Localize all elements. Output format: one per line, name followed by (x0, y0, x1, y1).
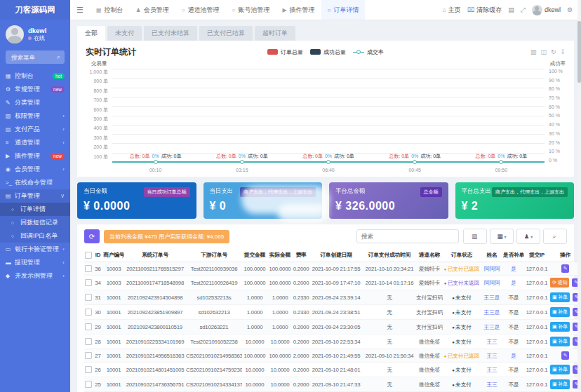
reissue-button[interactable]: ▣ 补单 (550, 307, 570, 317)
sidebar-item[interactable]: ◆ 开发示例管理 ‹ (0, 269, 70, 283)
brand-title[interactable]: 刀客源码网 (0, 0, 70, 20)
legend-order-total[interactable]: 订单总量 (267, 48, 303, 56)
row-checkbox[interactable] (85, 279, 92, 286)
y-tick: 10 % (549, 149, 560, 154)
user-avatar[interactable] (6, 25, 24, 43)
sidebar-item[interactable]: ▤ 订单管理 ∨ (0, 189, 70, 203)
filter-tab[interactable]: 超时订单 (255, 26, 295, 41)
table-row: 36 10003 20211009211765515297 Test202110… (84, 262, 581, 276)
gear-icon[interactable]: ⚙ (567, 6, 573, 13)
chart-toolbox: ▥ ◫ ↻ ⇩ (530, 48, 566, 55)
chart-type-icon[interactable]: ▥ (530, 48, 537, 55)
sidebar-item[interactable]: ≡ 通道管理 ‹ (0, 136, 70, 149)
row-checkbox[interactable] (85, 265, 92, 272)
edit-button[interactable]: ✎ (561, 264, 570, 273)
row-checkbox[interactable] (85, 352, 92, 359)
navbar-tab[interactable]: ▶ 插件管理 (276, 0, 321, 20)
x-tick: 09:50 (495, 168, 508, 173)
legend-success-total[interactable]: 成功总量 (310, 48, 346, 56)
sidebar-item[interactable]: ▶ 插件管理 new (0, 149, 70, 163)
legend-swatch-red (267, 49, 278, 55)
sidebar-item[interactable]: ✎ 分类管理 (0, 96, 70, 109)
sidebar-item[interactable]: ▦ 控制台 hot (0, 69, 70, 83)
tab-label: 会员管理 (144, 6, 169, 15)
legend-rate[interactable]: 成交率 (353, 48, 384, 56)
row-checkbox[interactable] (85, 309, 92, 316)
row-checkbox[interactable] (85, 381, 92, 388)
y-tick: 300 单 (93, 135, 108, 142)
navbar-tab[interactable]: ○ 通道池管理 (175, 0, 226, 20)
sidebar-item[interactable]: ▤ 支付产品 ‹ (0, 123, 70, 136)
sidebar-item[interactable]: ⚙ 常规管理 new (0, 83, 70, 96)
menu-item-icon: ▦ (6, 73, 15, 79)
cell-rate: 0.2000 (293, 262, 309, 276)
filter-tab[interactable]: 已支付已结算 (199, 26, 253, 41)
plot-area: 总数: 0单0%成功: 0单 总数: 0单0%成功: 0单 总数: 0单0%成功… (112, 69, 545, 163)
download-icon[interactable]: ⇩ (560, 48, 566, 55)
table-search-input[interactable] (356, 229, 459, 243)
sidebar-item[interactable]: ▭ 银行卡验证管理 ‹ (0, 243, 70, 256)
menu-item-label: 控制台 (15, 72, 52, 81)
row-checkbox[interactable] (85, 366, 92, 373)
clear-cache-link[interactable]: ⌧清除缓存 (467, 6, 502, 15)
fullscreen-icon[interactable]: ⤢ (521, 6, 526, 14)
menu-item-icon: ◉ (6, 166, 15, 173)
refresh-button[interactable]: ⟳ (84, 229, 100, 243)
sidebar-search[interactable]: ⌕ (6, 50, 65, 64)
cell-down-order-no: CS2021091021495836385 (186, 349, 242, 363)
cell-amount: 1.0000 (242, 305, 267, 320)
toolbar-button[interactable]: ⌕ (543, 229, 567, 244)
sidebar-search-input[interactable] (10, 53, 57, 62)
filter-tab[interactable]: 已支付未结算 (144, 26, 197, 41)
stat-card-amount: ¥ 326.0000 (335, 200, 442, 212)
navbar-tab[interactable]: ○ 订单详情 (321, 0, 366, 20)
cell-ip: 127.0.0.1 (524, 290, 549, 305)
toolbar-button[interactable]: ♟▾ (516, 229, 540, 244)
cell-merchant: 10001 (103, 305, 124, 320)
restore-icon[interactable]: ↻ (551, 48, 556, 55)
reissue-button[interactable]: ▣ 补单 (550, 337, 570, 346)
cell-name: 王三是 (484, 295, 500, 301)
tab-icon: ▦ (96, 7, 102, 13)
filter-tab[interactable]: 全部 (77, 26, 105, 41)
sidebar-item[interactable]: ○ 回调IP白名单 (0, 229, 70, 243)
sidebar-item[interactable]: ▧ 权限管理 ‹ (0, 109, 70, 123)
filter-tab[interactable]: 未支付 (107, 26, 142, 41)
sidebar-item[interactable]: ▬ 提现管理 ‹ (0, 256, 70, 269)
stat-card-title: 当日金额 (84, 187, 107, 196)
cell-created: 2021-09-10 21:49:55 (309, 349, 363, 363)
navbar-tab[interactable]: ▦ 控制台 (90, 0, 130, 20)
toolbar-button[interactable]: ▦▾ (490, 229, 514, 244)
sidebar-item[interactable]: ○ 回拨短信记录 (0, 216, 70, 229)
cell-channel: 支付宝扫码 (416, 305, 443, 320)
edit-button[interactable]: ✎ (561, 351, 570, 360)
search-icon[interactable]: ⌕ (57, 53, 60, 61)
toolbar-button[interactable]: ▥ (463, 229, 487, 244)
reissue-button[interactable]: ▣ 补单 (550, 379, 570, 389)
row-checkbox[interactable] (85, 338, 92, 345)
y-tick: 80 % (549, 86, 560, 91)
reissue-button[interactable]: ▣ 补单 (550, 292, 570, 302)
scrollbar-thumb[interactable] (577, 21, 581, 83)
hamburger-icon[interactable]: ☰ (70, 0, 90, 20)
sidebar-item[interactable]: >_ 在线命令管理 (0, 176, 70, 189)
docs-icon[interactable]: ▤ (508, 6, 514, 13)
cell-channel: 支付宝扫码 (416, 290, 443, 305)
user-menu[interactable]: dkewl (532, 5, 561, 15)
navbar-right: ⌂主页 ⌧清除缓存 ▤ ⤢ dkewl ⚙ (442, 0, 581, 20)
notify-button[interactable]: ⟳ 通知 (550, 278, 569, 288)
dataview-icon[interactable]: ◫ (540, 48, 547, 55)
menu-item-icon: ◆ (6, 273, 15, 279)
row-checkbox[interactable] (85, 294, 92, 301)
navbar-tab[interactable]: ○ 账号池管理 (226, 0, 276, 20)
window-scrollbar[interactable] (577, 0, 581, 392)
reissue-button[interactable]: ▣ 补单 (550, 322, 570, 332)
sidebar-item[interactable]: ○ 订单详情 (0, 203, 70, 216)
home-link[interactable]: ⌂主页 (442, 6, 460, 15)
row-checkbox[interactable] (85, 323, 92, 330)
reissue-button[interactable]: ▣ 补单 (550, 365, 570, 374)
navbar-tab[interactable]: ♟ 会员管理 (130, 0, 175, 20)
select-all-checkbox[interactable] (85, 252, 92, 259)
sidebar-item[interactable]: ◉ 会员管理 ‹ (0, 163, 70, 176)
cell-paid-time: 无 (363, 377, 416, 392)
